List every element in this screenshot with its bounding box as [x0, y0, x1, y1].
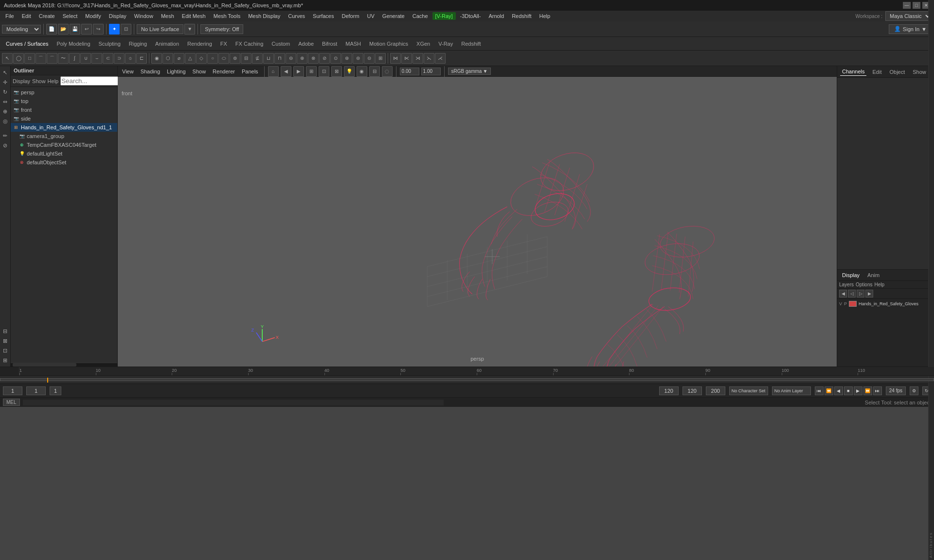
menu-select[interactable]: Select	[59, 12, 81, 20]
vp-menu-view[interactable]: View	[120, 68, 136, 75]
vp-menu-shading[interactable]: Shading	[138, 68, 162, 75]
select-arrow-btn[interactable]: ↖	[2, 53, 13, 64]
menu-vray[interactable]: [V-Ray]	[432, 12, 456, 20]
select-mode-icon[interactable]: ↖	[1, 68, 10, 77]
squiggle-btn[interactable]: ⊈	[252, 53, 263, 64]
menu-arnold[interactable]: Arnold	[485, 12, 507, 20]
timeline-cursor[interactable]	[47, 378, 48, 383]
outliner-hscrollbar[interactable]	[11, 363, 117, 367]
step-back-btn[interactable]: ⏪	[825, 386, 833, 395]
menu-generate[interactable]: Generate	[379, 12, 408, 20]
menu-uv[interactable]: UV	[364, 12, 378, 20]
tab-display[interactable]: Display	[840, 271, 862, 279]
menu-help[interactable]: Help	[536, 12, 554, 20]
diamond-btn[interactable]: ◇	[196, 53, 207, 64]
deform-1[interactable]: ⋈	[390, 53, 401, 64]
square-sel-btn[interactable]: □	[24, 53, 35, 64]
tab-mash[interactable]: MASH	[341, 38, 365, 49]
tab-redshift[interactable]: Redshift	[457, 38, 485, 49]
play-back-btn[interactable]: ◀	[834, 386, 843, 395]
end-frame-input[interactable]	[659, 386, 679, 395]
layer-next-btn[interactable]: ▶	[865, 290, 873, 298]
tab-show[interactable]: Show	[911, 68, 928, 76]
timeline-slider[interactable]	[0, 378, 934, 381]
no-live-surface-btn[interactable]: No Live Surface	[137, 24, 183, 34]
timeline-track[interactable]: 1102030405060708090100110120	[19, 367, 934, 375]
menu-mesh-display[interactable]: Mesh Display	[245, 12, 284, 20]
outliner-item-hands[interactable]: ⊞ Hands_in_Red_Safety_Gloves_nd1_1	[11, 123, 117, 132]
maximize-button[interactable]: □	[913, 2, 920, 9]
no-character-set-btn[interactable]: No Character Set	[729, 386, 768, 395]
vp-menu-lighting[interactable]: Lighting	[164, 68, 188, 75]
outliner-item-side[interactable]: 📷 side	[11, 114, 117, 123]
tab-rendering[interactable]: Rendering	[183, 38, 216, 49]
tab-motion-graphics[interactable]: Motion Graphics	[365, 38, 412, 49]
vp-snap-btn[interactable]: ⊞	[306, 66, 317, 77]
tab-xgen[interactable]: XGen	[413, 38, 434, 49]
timeline-playback[interactable]	[0, 376, 934, 384]
tab-animation[interactable]: Animation	[151, 38, 183, 49]
vp-wire-btn[interactable]: ⊟	[369, 66, 380, 77]
sub-btn[interactable]: ⊔	[263, 53, 274, 64]
menu-deform[interactable]: Deform	[338, 12, 362, 20]
viewport-canvas[interactable]: X Y Z persp front	[118, 77, 837, 367]
gamma-select[interactable]: sRGB gamma ▼	[448, 68, 491, 75]
menu-mesh-tools[interactable]: Mesh Tools	[210, 12, 244, 20]
jump-end-btn[interactable]: ⏭	[873, 386, 882, 395]
select-tool-btn[interactable]: ✦	[109, 24, 120, 35]
curve-tool-9[interactable]: ⌽	[125, 53, 136, 64]
outliner-item-front[interactable]: 📷 front	[11, 105, 117, 114]
options-label[interactable]: Options	[856, 282, 872, 287]
window-controls[interactable]: — □ ✕	[903, 2, 930, 9]
nurbs-8[interactable]: ⊜	[353, 53, 363, 64]
rotate-icon[interactable]: ↻	[1, 88, 10, 96]
nurbs-5[interactable]: ⊘	[319, 53, 330, 64]
menu-edit[interactable]: Edit	[18, 12, 35, 20]
jump-start-btn[interactable]: ⏮	[815, 386, 824, 395]
cyl-btn[interactable]: ⌀	[174, 53, 184, 64]
soft-mod[interactable]: ◎	[1, 117, 10, 125]
nurbs-4[interactable]: ⊗	[308, 53, 319, 64]
tab-sculpting[interactable]: Sculpting	[95, 38, 125, 49]
mel-input[interactable]	[23, 400, 444, 405]
cube-btn[interactable]: ⬡	[162, 53, 173, 64]
menu-window[interactable]: Window	[131, 12, 157, 20]
menu-3dtoall[interactable]: -3DtoAll-	[457, 12, 485, 20]
curve-tool-1[interactable]: ⌒	[36, 53, 46, 64]
curve-tool-10[interactable]: ⊏	[136, 53, 147, 64]
tab-fx[interactable]: FX	[216, 38, 231, 49]
vp-shadow-btn[interactable]: ◉	[357, 66, 367, 77]
curve-tool-4[interactable]: ∫	[69, 53, 80, 64]
redo-btn[interactable]: ↪	[93, 24, 104, 35]
vp-img1-btn[interactable]: ⊡	[319, 66, 329, 77]
menu-edit-mesh[interactable]: Edit Mesh	[179, 12, 209, 20]
menu-cache[interactable]: Cache	[409, 12, 431, 20]
curve-tool-3[interactable]: 〜	[58, 53, 69, 64]
menu-create[interactable]: Create	[36, 12, 58, 20]
minimize-button[interactable]: —	[903, 2, 911, 9]
open-file-btn[interactable]: 📂	[58, 24, 69, 35]
tab-channels[interactable]: Channels	[840, 68, 866, 76]
circle-btn[interactable]: ○	[207, 53, 218, 64]
display-layer-4[interactable]: ⊞	[1, 356, 10, 365]
tab-fx-caching[interactable]: FX Caching	[232, 38, 267, 49]
cone-btn[interactable]: △	[185, 53, 196, 64]
undo-btn[interactable]: ↩	[81, 24, 92, 35]
play-fwd-btn[interactable]: ▶	[854, 386, 862, 395]
frame-display[interactable]: 1	[50, 386, 61, 395]
tab-poly-modeling[interactable]: Poly Modeling	[53, 38, 94, 49]
deform-5[interactable]: ⋌	[435, 53, 446, 64]
vp-y-coord[interactable]	[421, 68, 441, 75]
step-fwd-btn[interactable]: ⏩	[863, 386, 872, 395]
layer-next2-btn[interactable]: ▷	[857, 290, 864, 298]
new-file-btn[interactable]: 📄	[46, 24, 57, 35]
layers-label[interactable]: Layers	[839, 282, 854, 287]
curve-tool-2[interactable]: ⌒	[47, 53, 57, 64]
outliner-item-camera-group[interactable]: 📷 camera1_group	[11, 132, 117, 140]
tab-object[interactable]: Object	[887, 68, 907, 76]
vp-prev-btn[interactable]: ◀	[281, 66, 291, 77]
vp-menu-panels[interactable]: Panels	[239, 68, 261, 75]
fps-options-btn[interactable]: ⚙	[910, 386, 918, 395]
sphere-btn[interactable]: ◉	[151, 53, 162, 64]
range-end-input[interactable]	[683, 386, 702, 395]
